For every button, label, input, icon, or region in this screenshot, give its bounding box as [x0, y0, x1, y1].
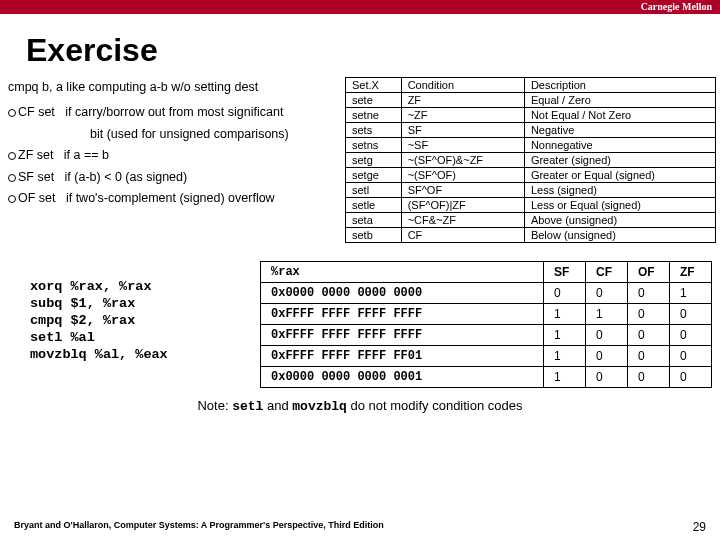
bullet-sf: SF set if (a-b) < 0 (as signed) [8, 169, 341, 187]
flags-head: %rax SF CF OF ZF [261, 262, 712, 283]
flags-h-val: %rax [261, 262, 544, 283]
table-row: setne~ZFNot Equal / Not Zero [346, 108, 716, 123]
intro-text: cmpq b, a like computing a-b w/o setting… [8, 79, 341, 96]
bullet-cf: CF set if carry/borrow out from most sig… [8, 104, 341, 122]
table-row: seteZFEqual / Zero [346, 93, 716, 108]
bullet-of: OF set if two's-complement (signed) over… [8, 190, 341, 208]
code-line: movzblq %al, %eax [30, 347, 260, 364]
flags-table: %rax SF CF OF ZF 0x0000 0000 0000 000000… [260, 261, 712, 388]
page-title: Exercise [26, 32, 720, 69]
lower-section: xorq %rax, %rax subq $1, %rax cmpq $2, %… [0, 261, 720, 388]
bullet-cf-text: CF set if carry/borrow out from most sig… [18, 105, 283, 119]
code-line: setl %al [30, 330, 260, 347]
code-line: cmpq $2, %rax [30, 313, 260, 330]
table-row: setge~(SF^OF)Greater or Equal (signed) [346, 168, 716, 183]
code-block: xorq %rax, %rax subq $1, %rax cmpq $2, %… [30, 261, 260, 388]
brand-bar: Carnegie Mellon [0, 0, 720, 14]
flags-h-of: OF [628, 262, 670, 283]
table-row: 0xFFFF FFFF FFFF FFFF1000 [261, 325, 712, 346]
table-row: 0x0000 0000 0000 00011000 [261, 367, 712, 388]
setx-head: Set.X Condition Description [346, 78, 716, 93]
table-row: seta~CF&~ZFAbove (unsigned) [346, 213, 716, 228]
setx-panel: Set.X Condition Description seteZFEqual … [345, 77, 716, 243]
bullet-zf: ZF set if a == b [8, 147, 341, 165]
setx-h0: Set.X [346, 78, 402, 93]
table-row: 0xFFFF FFFF FFFF FF011000 [261, 346, 712, 367]
bullet-of-text: OF set if two's-complement (signed) over… [18, 191, 275, 205]
setx-table: Set.X Condition Description seteZFEqual … [345, 77, 716, 243]
note-text: Note: setl and movzblq do not modify con… [0, 398, 720, 414]
code-line: xorq %rax, %rax [30, 279, 260, 296]
table-row: setlSF^OFLess (signed) [346, 183, 716, 198]
code-line: subq $1, %rax [30, 296, 260, 313]
flags-h-sf: SF [544, 262, 586, 283]
table-row: setsSFNegative [346, 123, 716, 138]
bullet-sf-text: SF set if (a-b) < 0 (as signed) [18, 170, 187, 184]
table-row: 0x0000 0000 0000 00000001 [261, 283, 712, 304]
credit-text: Bryant and O'Hallaron, Computer Systems:… [14, 520, 384, 534]
flags-h-zf: ZF [670, 262, 712, 283]
table-row: setle(SF^OF)|ZFLess or Equal (signed) [346, 198, 716, 213]
footer: Bryant and O'Hallaron, Computer Systems:… [0, 520, 720, 534]
bullet-cf-line2: bit (used for unsigned comparisons) [8, 126, 341, 143]
explain-panel: cmpq b, a like computing a-b w/o setting… [0, 77, 345, 243]
setx-h1: Condition [401, 78, 524, 93]
flags-h-cf: CF [586, 262, 628, 283]
mid-section: cmpq b, a like computing a-b w/o setting… [0, 77, 720, 243]
table-row: setg~(SF^OF)&~ZFGreater (signed) [346, 153, 716, 168]
table-row: setbCFBelow (unsigned) [346, 228, 716, 243]
setx-h2: Description [524, 78, 715, 93]
table-row: 0xFFFF FFFF FFFF FFFF1100 [261, 304, 712, 325]
table-row: setns~SFNonnegative [346, 138, 716, 153]
bullet-zf-text: ZF set if a == b [18, 148, 109, 162]
page-number: 29 [693, 520, 706, 534]
